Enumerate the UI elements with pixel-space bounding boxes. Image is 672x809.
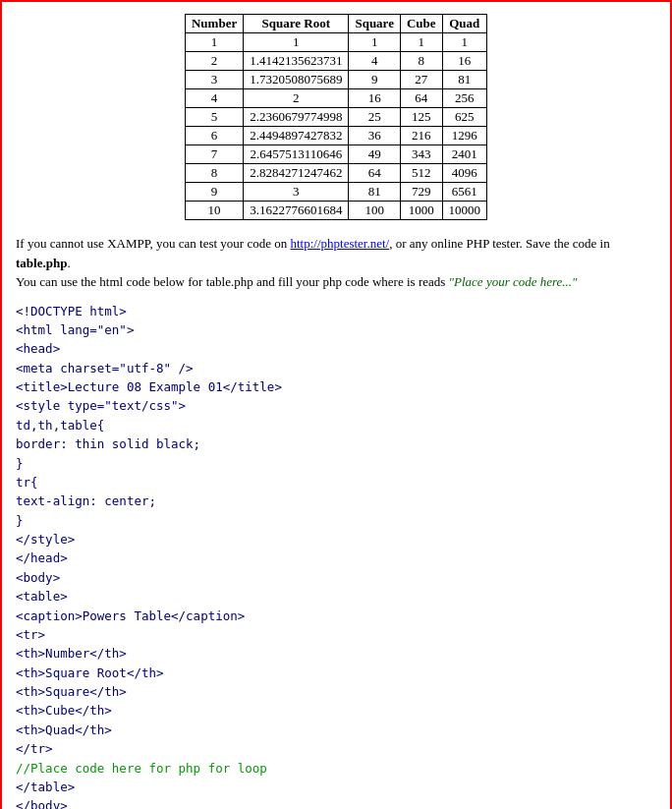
- table-cell: 3: [185, 71, 243, 89]
- table-cell: 216: [400, 127, 442, 145]
- code-line: border: thin solid black;: [16, 434, 656, 453]
- table-cell: 2.4494897427832: [244, 127, 349, 145]
- table-cell: 2.2360679774998: [244, 108, 349, 127]
- table-cell: 64: [349, 164, 401, 183]
- table-cell: 5: [185, 108, 243, 127]
- table-row: 82.8284271247462645124096: [185, 164, 486, 183]
- table-cell: 6: [185, 127, 243, 145]
- table-cell: 1: [442, 33, 487, 52]
- table-cell: 729: [400, 183, 442, 202]
- col-header-cube: Cube: [400, 15, 442, 33]
- table-row: 52.236067977499825125625: [185, 108, 486, 127]
- table-header-row: Number Square Root Square Cube Quad: [185, 15, 486, 33]
- table-cell: 7: [185, 145, 243, 164]
- code-line: text-align: center;: [16, 491, 656, 510]
- table-cell: 4: [349, 52, 401, 71]
- table-cell: 16: [442, 52, 487, 71]
- table-php-bold: table.php: [16, 256, 67, 270]
- description-section: If you cannot use XAMPP, you can test yo…: [16, 234, 656, 292]
- table-cell: 8: [185, 164, 243, 183]
- table-cell: 49: [349, 145, 401, 164]
- code-line: <th>Quad</th>: [16, 721, 656, 739]
- code-line: <meta charset="utf-8" />: [16, 359, 656, 377]
- code-line: <tr>: [16, 625, 656, 644]
- table-cell: 1: [400, 33, 442, 52]
- table-cell: 10: [185, 202, 243, 220]
- code-line: <body>: [16, 568, 656, 587]
- code-line: </table>: [16, 778, 656, 796]
- code-line: //Place code here for php for loop: [16, 759, 656, 778]
- code-line: tr{: [16, 473, 656, 491]
- col-header-squareroot: Square Root: [244, 15, 349, 33]
- code-line: </tr>: [16, 739, 656, 758]
- table-cell: 27: [400, 71, 442, 89]
- code-line: </head>: [16, 549, 656, 567]
- code-line: </style>: [16, 530, 656, 549]
- code-line: <html lang="en">: [16, 320, 656, 339]
- col-header-number: Number: [185, 15, 243, 33]
- table-row: 93817296561: [185, 183, 486, 202]
- table-cell: 8: [400, 52, 442, 71]
- code-line: }: [16, 454, 656, 473]
- table-row: 103.1622776601684100100010000: [185, 202, 486, 220]
- table-cell: 1296: [442, 127, 487, 145]
- code-section: <!DOCTYPE html><html lang="en"><head> <m…: [16, 302, 656, 810]
- table-cell: 625: [442, 108, 487, 127]
- description-line2: You can use the html code below for tabl…: [16, 272, 656, 292]
- table-cell: 343: [400, 145, 442, 164]
- table-cell: 1.4142135623731: [244, 52, 349, 71]
- place-code-italic: "Place your code here...": [449, 274, 578, 289]
- table-cell: 3.1622776601684: [244, 202, 349, 220]
- code-line: </body>: [16, 796, 656, 809]
- table-cell: 6561: [442, 183, 487, 202]
- code-line: <th>Number</th>: [16, 644, 656, 663]
- table-cell: 1: [244, 33, 349, 52]
- table-cell: 100: [349, 202, 401, 220]
- table-cell: 64: [400, 89, 442, 108]
- description-line1: If you cannot use XAMPP, you can test yo…: [16, 234, 656, 272]
- table-cell: 36: [349, 127, 401, 145]
- table-cell: 1: [349, 33, 401, 52]
- table-cell: 1: [185, 33, 243, 52]
- powers-table-section: Number Square Root Square Cube Quad 1111…: [16, 12, 656, 220]
- code-line: <th>Cube</th>: [16, 701, 656, 720]
- code-line: <style type="text/css">: [16, 396, 656, 415]
- table-cell: 9: [349, 71, 401, 89]
- table-cell: 512: [400, 164, 442, 183]
- code-line: <head>: [16, 339, 656, 358]
- table-row: 72.6457513110646493432401: [185, 145, 486, 164]
- table-cell: 2.6457513110646: [244, 145, 349, 164]
- table-cell: 125: [400, 108, 442, 127]
- code-line: <table>: [16, 587, 656, 606]
- table-row: 21.41421356237314816: [185, 52, 486, 71]
- table-row: 62.4494897427832362161296: [185, 127, 486, 145]
- desc-text-3: You can use the html code below for tabl…: [16, 274, 449, 289]
- table-cell: 4096: [442, 164, 487, 183]
- table-cell: 1000: [400, 202, 442, 220]
- table-cell: 4: [185, 89, 243, 108]
- table-row: 421664256: [185, 89, 486, 108]
- code-line: <th>Square</th>: [16, 682, 656, 701]
- table-row: 31.732050807568992781: [185, 71, 486, 89]
- code-line: <th>Square Root</th>: [16, 664, 656, 682]
- code-line: <caption>Powers Table</caption>: [16, 607, 656, 625]
- table-cell: 2: [185, 52, 243, 71]
- table-cell: 81: [349, 183, 401, 202]
- col-header-quad: Quad: [442, 15, 487, 33]
- table-cell: 256: [442, 89, 487, 108]
- powers-table: Number Square Root Square Cube Quad 1111…: [185, 12, 487, 220]
- table-cell: 1.7320508075689: [244, 71, 349, 89]
- table-row: 11111: [185, 33, 486, 52]
- table-cell: 2.8284271247462: [244, 164, 349, 183]
- code-line: <!DOCTYPE html>: [16, 302, 656, 320]
- code-line: td,th,table{: [16, 416, 656, 434]
- desc-text-1: If you cannot use XAMPP, you can test yo…: [16, 236, 290, 251]
- col-header-square: Square: [349, 15, 401, 33]
- table-cell: 2401: [442, 145, 487, 164]
- table-body: 1111121.4142135623731481631.732050807568…: [185, 33, 486, 220]
- table-cell: 81: [442, 71, 487, 89]
- phptester-link[interactable]: http://phptester.net/: [290, 236, 389, 251]
- table-cell: 3: [244, 183, 349, 202]
- table-cell: 2: [244, 89, 349, 108]
- table-cell: 25: [349, 108, 401, 127]
